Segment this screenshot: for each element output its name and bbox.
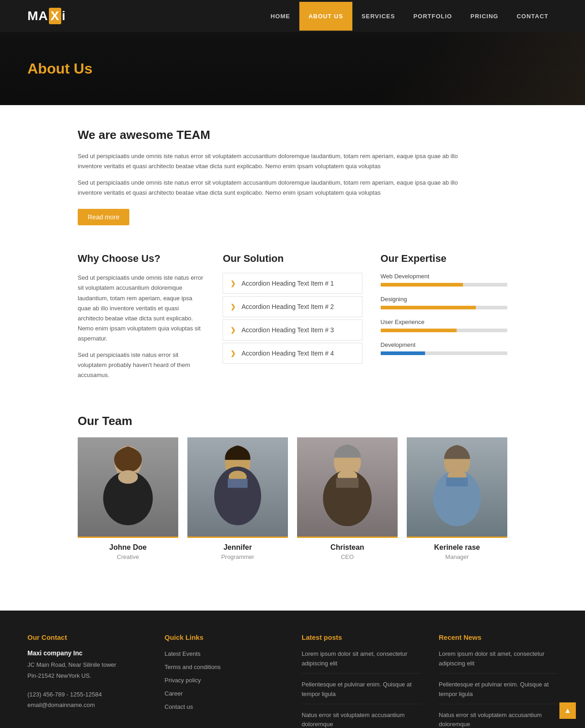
footer-contact-heading: Our Contact	[27, 633, 146, 641]
expertise-label-3: User Experience	[381, 319, 507, 325]
nav-link-portfolio[interactable]: PORTFOLIO	[404, 2, 461, 31]
team-card-2: Jennifer Programmer	[187, 437, 288, 560]
our-expertise-section: Our Expertise Web Development Designing …	[381, 253, 507, 387]
bar-track-3	[381, 329, 507, 332]
accordion-label-1: Accordion Heading Text Item # 1	[241, 280, 334, 287]
team-name-2: Jennifer	[187, 543, 288, 552]
svg-rect-6	[228, 479, 247, 488]
nav-item-contact[interactable]: CONTACT	[507, 2, 558, 31]
nav-link-about[interactable]: ABOUT US	[299, 2, 352, 31]
footer-company-name: Maxi company Inc	[27, 649, 146, 657]
expertise-designing: Designing	[381, 296, 507, 309]
bar-track-1	[381, 283, 507, 287]
team-para2: Sed ut perspiciaatis unde omnis iste nat…	[78, 178, 480, 198]
svg-point-2	[118, 470, 138, 484]
footer-quick-links: Quick Links Latest Events Terms and cond…	[165, 633, 283, 728]
team-svg-1	[78, 437, 178, 537]
nav-item-services[interactable]: SERVICES	[352, 2, 404, 31]
footer-link-4[interactable]: Career	[165, 689, 283, 699]
footer-link-1[interactable]: Latest Events	[165, 649, 283, 659]
team-svg-2	[187, 437, 288, 537]
logo-text-after: i	[62, 9, 66, 23]
accordion-arrow-1: ❯	[230, 280, 236, 287]
nav-link-pricing[interactable]: PRICING	[461, 2, 507, 31]
footer-post-3: Natus error sit voluptatem accusantium d…	[302, 711, 420, 728]
accordion-arrow-3: ❯	[230, 326, 236, 334]
main-content: We are awesome TEAM Sed ut perspiciaatis…	[69, 105, 516, 611]
our-team-heading: Our Team	[78, 414, 507, 428]
nav-link-contact[interactable]: CONTACT	[507, 2, 558, 31]
read-more-button[interactable]: Read more	[78, 209, 129, 225]
expertise-dev: Development	[381, 341, 507, 355]
nav-item-portfolio[interactable]: PORTFOLIO	[404, 2, 461, 31]
team-photo-4	[407, 437, 507, 538]
team-svg-4	[407, 437, 507, 537]
accordion-item-3[interactable]: ❯ Accordion Heading Text Item # 3	[223, 319, 362, 340]
footer-post-2: Pellentesque et pulvinar enim. Quisque a…	[302, 680, 420, 704]
our-expertise-heading: Our Expertise	[381, 253, 507, 265]
bar-fill-4	[381, 351, 425, 355]
footer-news-1: Lorem ipsum dolor sit amet, consectetur …	[439, 649, 558, 674]
svg-rect-14	[446, 478, 468, 487]
team-card-1: Johne Doe Creative	[78, 437, 178, 560]
bar-track-2	[381, 306, 507, 309]
accordion-item-1[interactable]: ❯ Accordion Heading Text Item # 1	[223, 273, 362, 294]
footer-grid: Our Contact Maxi company Inc JC Main Roa…	[27, 633, 558, 728]
footer-news-2: Pellentesque et pulvinar enim. Quisque a…	[439, 680, 558, 704]
nav-item-pricing[interactable]: PRICING	[461, 2, 507, 31]
footer-news-3: Natus error sit voluptatem accusantium d…	[439, 711, 558, 728]
team-photo-2	[187, 437, 288, 538]
footer-link-5[interactable]: Contact us	[165, 702, 283, 712]
accordion-item-4[interactable]: ❯ Accordion Heading Text Item # 4	[223, 343, 362, 364]
accordion-item-2[interactable]: ❯ Accordion Heading Text Item # 2	[223, 296, 362, 317]
three-columns: Why Choose Us? Sed ut perspiciaatis unde…	[78, 253, 507, 387]
team-photo-3	[297, 437, 398, 538]
accordion-label-3: Accordion Heading Text Item # 3	[241, 326, 334, 334]
team-svg-3	[297, 437, 398, 537]
our-solution-heading: Our Solution	[223, 253, 362, 265]
bar-fill-1	[381, 283, 463, 287]
accordion: ❯ Accordion Heading Text Item # 1 ❯ Acco…	[223, 273, 362, 364]
footer-latest-posts: Latest posts Lorem ipsum dolor sit amet,…	[302, 633, 420, 728]
team-para1: Sed ut perspiciaatis unde omnis iste nat…	[78, 151, 480, 171]
team-section: We are awesome TEAM Sed ut perspiciaatis…	[78, 128, 507, 225]
footer-latest-posts-heading: Latest posts	[302, 633, 420, 641]
team-silhouette-4	[407, 437, 507, 537]
back-to-top-button[interactable]: ▲	[559, 702, 576, 719]
team-heading: We are awesome TEAM	[78, 128, 507, 142]
nav-link-home[interactable]: HOME	[261, 2, 299, 31]
footer-phone: (123) 456-789 - 1255-12584	[27, 689, 146, 700]
bar-track-4	[381, 351, 507, 355]
team-card-4: Kerinele rase Manager	[407, 437, 507, 560]
our-solution-section: Our Solution ❯ Accordion Heading Text It…	[223, 253, 362, 387]
bar-fill-2	[381, 306, 476, 309]
footer-address: JC Main Road, Near Silinile tower Pin-21…	[27, 659, 146, 681]
nav-link-services[interactable]: SERVICES	[352, 2, 404, 31]
accordion-label-4: Accordion Heading Text Item # 4	[241, 350, 334, 357]
footer-recent-news-heading: Recent News	[439, 633, 558, 641]
hero-banner: About Us	[0, 32, 585, 105]
footer-link-2[interactable]: Terms and conditions	[165, 663, 283, 672]
why-choose-para2: Sed ut perspiciaatis iste natus error si…	[78, 350, 204, 380]
logo[interactable]: MAXi	[27, 8, 66, 24]
why-choose-heading: Why Choose Us?	[78, 253, 204, 265]
team-name-3: Christean	[297, 543, 398, 552]
team-silhouette-3	[297, 437, 398, 537]
team-role-3: CEO	[297, 553, 398, 560]
why-choose-section: Why Choose Us? Sed ut perspiciaatis unde…	[78, 253, 204, 387]
team-silhouette-2	[187, 437, 288, 537]
nav-item-home[interactable]: HOME	[261, 2, 299, 31]
our-team-section: Our Team Johne Doe Creative	[78, 414, 507, 560]
team-photo-1	[78, 437, 178, 538]
page-title: About Us	[27, 60, 92, 77]
nav-item-about[interactable]: ABOUT US	[299, 2, 352, 31]
footer-link-3[interactable]: Privacy policy	[165, 676, 283, 685]
expertise-label-2: Designing	[381, 296, 507, 303]
logo-text-before: MA	[27, 9, 48, 23]
team-role-1: Creative	[78, 553, 178, 560]
accordion-label-2: Accordion Heading Text Item # 2	[241, 303, 334, 310]
expertise-web-dev: Web Development	[381, 273, 507, 287]
why-choose-para1: Sed ut perspiciaatis unde omnis iste nat…	[78, 273, 204, 344]
expertise-ux: User Experience	[381, 319, 507, 332]
footer: Our Contact Maxi company Inc JC Main Roa…	[0, 611, 585, 728]
